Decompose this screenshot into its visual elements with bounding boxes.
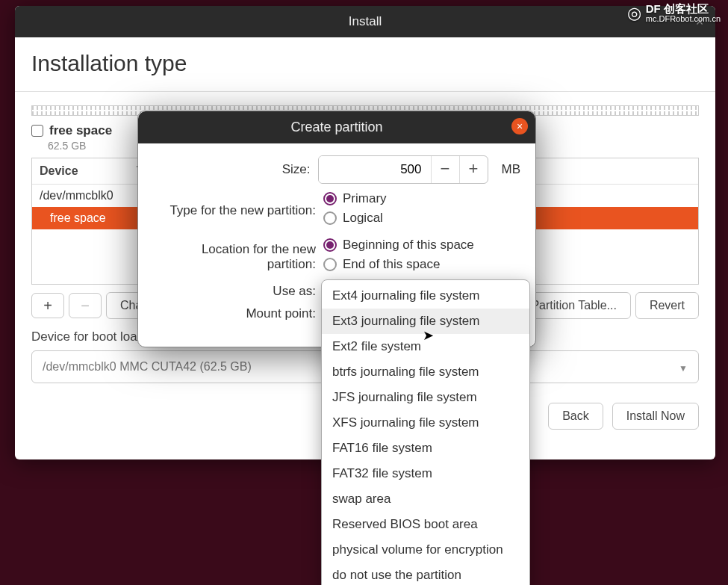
watermark-sub: mc.DFRobot.com.cn	[646, 14, 721, 23]
col-device: Device	[40, 164, 137, 178]
watermark-main: DF 创客社区	[646, 2, 709, 15]
dropdown-item[interactable]: XFS journaling file system	[322, 410, 529, 436]
radio-icon	[323, 211, 337, 225]
radio-begin[interactable]: Beginning of this space	[323, 238, 474, 253]
radio-icon	[323, 258, 337, 271]
back-button[interactable]: Back	[548, 403, 603, 430]
chevron-down-icon: ▼	[679, 363, 688, 374]
decrement-button[interactable]: −	[431, 155, 459, 184]
device-cell: free space	[40, 211, 137, 225]
dropdown-item[interactable]: FAT16 file system	[322, 436, 529, 461]
radio-label: Primary	[343, 191, 387, 206]
dropdown-item[interactable]: FAT32 file system	[322, 461, 529, 486]
radio-label: Beginning of this space	[343, 238, 474, 253]
dropdown-item[interactable]: btrfs journaling file system	[322, 359, 529, 385]
divider	[15, 91, 715, 92]
close-icon[interactable]: ×	[511, 118, 528, 134]
radio-label: End of this space	[343, 257, 440, 272]
size-label: Size:	[153, 162, 318, 177]
radio-logical[interactable]: Logical	[323, 211, 387, 226]
type-label: Type for the new partition:	[153, 203, 323, 218]
use-as-dropdown[interactable]: Ext4 journaling file systemExt3 journali…	[321, 279, 530, 585]
dialog-title: Create partition	[290, 120, 382, 134]
add-button[interactable]: +	[31, 293, 64, 318]
mount-point-label: Mount point:	[153, 306, 323, 321]
dropdown-item[interactable]: JFS journaling file system	[322, 385, 529, 410]
window-title: Install	[349, 14, 382, 29]
page-title: Installation type	[31, 51, 699, 76]
revert-button[interactable]: Revert	[635, 292, 699, 319]
watermark: ◎ DF 创客社区 mc.DFRobot.com.cn	[627, 3, 721, 23]
cursor-icon: ➤	[423, 327, 434, 344]
remove-button[interactable]: −	[69, 293, 102, 318]
robot-icon: ◎	[627, 4, 641, 23]
location-label: Location for the new partition:	[153, 242, 323, 272]
install-now-button[interactable]: Install Now	[612, 403, 699, 430]
dropdown-item[interactable]: swap area	[322, 486, 529, 512]
size-input[interactable]	[319, 156, 431, 183]
dropdown-item[interactable]: physical volume for encryption	[322, 537, 529, 563]
boot-loader-value: /dev/mmcblk0 MMC CUTA42 (62.5 GB)	[43, 360, 252, 373]
radio-label: Logical	[343, 211, 383, 226]
radio-icon	[323, 192, 337, 205]
increment-button[interactable]: +	[459, 155, 488, 184]
checkbox-icon[interactable]	[31, 125, 43, 137]
dialog-titlebar[interactable]: Create partition ×	[138, 111, 535, 143]
dropdown-item[interactable]: Ext4 journaling file system	[322, 283, 529, 309]
free-space-label: free space	[49, 123, 112, 138]
use-as-label: Use as:	[153, 284, 323, 299]
dropdown-item[interactable]: do not use the partition	[322, 563, 529, 585]
device-cell: /dev/mmcblk0	[40, 189, 137, 202]
dropdown-item[interactable]: Reserved BIOS boot area	[322, 512, 529, 537]
radio-end[interactable]: End of this space	[323, 257, 474, 272]
radio-primary[interactable]: Primary	[323, 191, 387, 206]
window-titlebar[interactable]: Install ×	[15, 6, 715, 37]
radio-icon	[323, 238, 337, 252]
size-unit: MB	[502, 162, 521, 177]
size-stepper[interactable]: − +	[318, 155, 488, 184]
